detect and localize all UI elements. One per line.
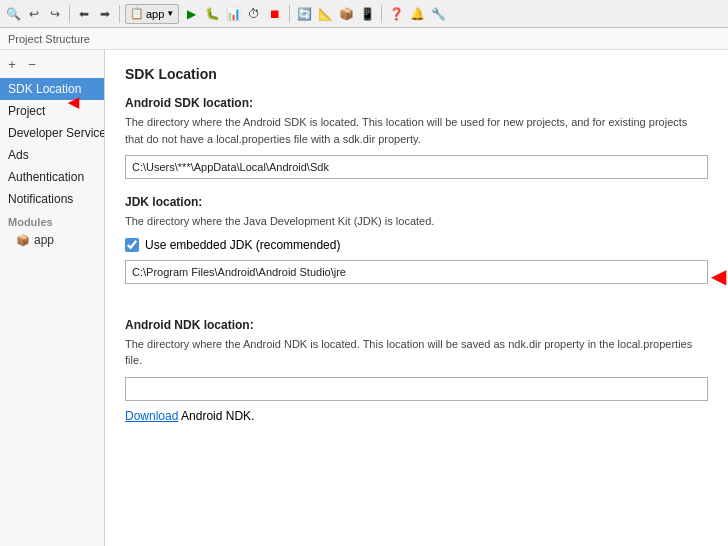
annotation-arrow-jdk: ◀ — [711, 264, 726, 288]
dropdown-arrow-icon: ▼ — [166, 9, 174, 18]
redo-icon[interactable]: ↪ — [46, 5, 64, 23]
add-icon[interactable]: + — [4, 56, 20, 72]
breadcrumb-text: Project Structure — [8, 33, 90, 45]
jdk-description: The directory where the Java Development… — [125, 213, 708, 230]
ndk-download-suffix: Android NDK. — [178, 409, 254, 423]
ndk-path-input[interactable] — [125, 377, 708, 401]
coverage-icon[interactable]: 📊 — [224, 5, 242, 23]
sidebar-toolbar: + − — [0, 54, 104, 74]
toolbar: 🔍 ↩ ↪ ⬅ ➡ 📋 app ▼ ▶ 🐛 📊 ⏱ ⏹ 🔄 📐 📦 📱 ❓ 🔔 … — [0, 0, 728, 28]
jdk-label: JDK location: — [125, 195, 708, 209]
breadcrumb: Project Structure — [0, 28, 728, 50]
ndk-section: Android NDK location: The directory wher… — [125, 318, 708, 423]
sidebar-item-sdk-location[interactable]: SDK Location — [0, 78, 104, 100]
toolbar-separator-4 — [381, 5, 382, 23]
back-icon[interactable]: ⬅ — [75, 5, 93, 23]
sidebar: + − ◀ SDK Location Project Developer Ser… — [0, 50, 105, 546]
sidebar-item-notifications[interactable]: Notifications — [0, 188, 104, 210]
ndk-download-link[interactable]: Download — [125, 409, 178, 423]
toolbar-separator-2 — [119, 5, 120, 23]
structure-icon[interactable]: 📐 — [316, 5, 334, 23]
sidebar-item-project[interactable]: Project — [0, 100, 104, 122]
sidebar-item-authentication[interactable]: Authentication — [0, 166, 104, 188]
run-icon[interactable]: ▶ — [182, 5, 200, 23]
toolbar-separator-3 — [289, 5, 290, 23]
stop-icon[interactable]: ⏹ — [266, 5, 284, 23]
profile-icon[interactable]: ⏱ — [245, 5, 263, 23]
sidebar-item-developer-services[interactable]: Developer Services — [0, 122, 104, 144]
ndk-label: Android NDK location: — [125, 318, 708, 332]
undo-icon[interactable]: ↩ — [25, 5, 43, 23]
main-layout: + − ◀ SDK Location Project Developer Ser… — [0, 50, 728, 546]
search-icon[interactable]: 🔍 — [4, 5, 22, 23]
event-log-icon[interactable]: 🔔 — [408, 5, 426, 23]
run-config-label: app — [146, 8, 164, 20]
help-icon[interactable]: ❓ — [387, 5, 405, 23]
page-title: SDK Location — [125, 66, 708, 82]
embedded-jdk-label: Use embedded JDK (recommended) — [145, 238, 340, 252]
ndk-description: The directory where the Android NDK is l… — [125, 336, 708, 369]
run-config-selector[interactable]: 📋 app ▼ — [125, 4, 179, 24]
embedded-jdk-checkbox[interactable] — [125, 238, 139, 252]
module-icon: 📦 — [16, 234, 30, 247]
forward-icon[interactable]: ➡ — [96, 5, 114, 23]
android-sdk-path-input[interactable] — [125, 155, 708, 179]
embedded-jdk-row: Use embedded JDK (recommended) — [125, 238, 708, 252]
ndk-download-row: Download Android NDK. — [125, 409, 708, 423]
remove-icon[interactable]: − — [24, 56, 40, 72]
sdk-manager-icon[interactable]: 📦 — [337, 5, 355, 23]
settings-icon[interactable]: 🔧 — [429, 5, 447, 23]
jdk-path-row: ◀ — [125, 260, 708, 284]
sidebar-module-app[interactable]: 📦 app — [0, 230, 104, 250]
android-sdk-label: Android SDK location: — [125, 96, 708, 110]
modules-section-label: Modules — [0, 210, 104, 230]
content-area: SDK Location Android SDK location: The d… — [105, 50, 728, 546]
debug-icon[interactable]: 🐛 — [203, 5, 221, 23]
sidebar-item-ads[interactable]: Ads — [0, 144, 104, 166]
run-config-icon: 📋 — [130, 7, 144, 20]
sync-icon[interactable]: 🔄 — [295, 5, 313, 23]
android-sdk-description: The directory where the Android SDK is l… — [125, 114, 708, 147]
jdk-path-input[interactable] — [125, 260, 708, 284]
toolbar-separator-1 — [69, 5, 70, 23]
avd-icon[interactable]: 📱 — [358, 5, 376, 23]
